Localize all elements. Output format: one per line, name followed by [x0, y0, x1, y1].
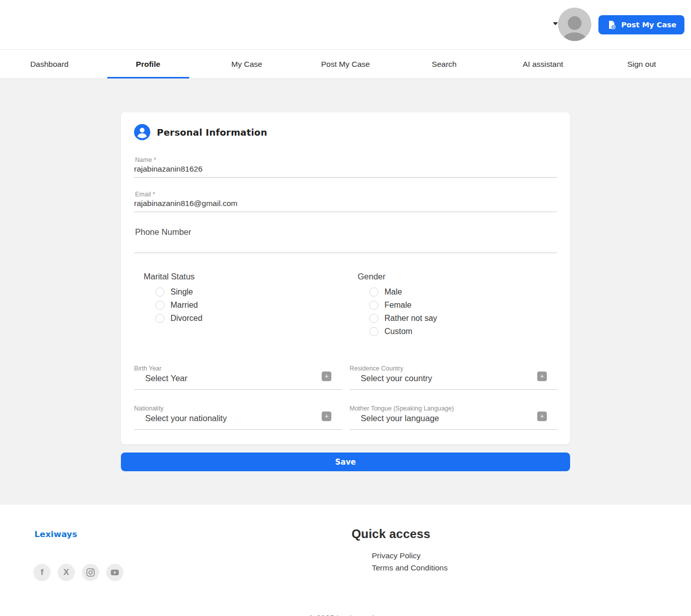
radio-option-custom[interactable]: Custom — [369, 327, 557, 336]
radio-rather-not-say[interactable] — [369, 314, 378, 323]
link-privacy-policy[interactable]: Privacy Policy — [372, 551, 448, 560]
social-facebook[interactable]: f — [33, 564, 51, 581]
quick-access-title: Quick access — [352, 527, 448, 541]
radio-option-divorced[interactable]: Divorced — [155, 314, 353, 323]
radio-label: Female — [384, 301, 411, 310]
save-button[interactable]: Save — [121, 453, 570, 471]
gender-label: Gender — [358, 272, 557, 281]
residence-country-value[interactable]: Select your country — [350, 372, 557, 383]
avatar-head-shape — [568, 16, 582, 30]
radio-male[interactable] — [369, 288, 378, 297]
select-fields-grid: Birth Year Select Year + Residence Count… — [134, 365, 557, 430]
residence-country-label: Residence Country — [350, 365, 557, 372]
mother-tongue-value[interactable]: Select your language — [350, 412, 557, 423]
birth-year-select[interactable]: Birth Year Select Year + — [134, 365, 341, 390]
tab-profile[interactable]: Profile — [99, 50, 197, 78]
radio-label: Custom — [384, 327, 412, 336]
radio-custom[interactable] — [369, 327, 378, 336]
avatar-shoulders-shape — [563, 32, 586, 41]
marital-status-options: Single Married Divorced — [144, 288, 353, 323]
mother-tongue-label: Mother Tongue (Speaking Language) — [350, 405, 557, 412]
nationality-add-button[interactable]: + — [322, 412, 331, 421]
person-icon — [134, 124, 150, 140]
radio-option-female[interactable]: Female — [369, 301, 557, 310]
birth-year-value[interactable]: Select Year — [134, 372, 341, 383]
radio-label: Divorced — [170, 314, 202, 323]
social-youtube[interactable] — [106, 564, 123, 581]
card-title: Personal Information — [134, 124, 557, 140]
radio-groups-row: Marital Status Single Married Divorce — [134, 272, 557, 340]
name-field-group: Name * — [134, 156, 557, 178]
social-links: f X — [33, 564, 123, 581]
post-my-case-label: Post My Case — [621, 21, 676, 29]
email-input[interactable] — [134, 198, 557, 212]
account-menu-caret-icon[interactable] — [553, 22, 558, 25]
radio-female[interactable] — [369, 301, 378, 310]
quick-access-links: Privacy Policy Terms and Conditions — [372, 551, 448, 572]
email-field-group: Email * — [134, 191, 557, 212]
tab-dashboard[interactable]: Dashboard — [0, 50, 99, 78]
birth-year-add-button[interactable]: + — [322, 372, 331, 381]
name-input[interactable] — [134, 163, 557, 178]
link-terms-and-conditions[interactable]: Terms and Conditions — [372, 563, 448, 572]
radio-option-rather-not-say[interactable]: Rather not say — [369, 314, 557, 323]
marital-status-group: Marital Status Single Married Divorce — [134, 272, 353, 340]
radio-label: Single — [170, 288, 193, 297]
social-instagram[interactable] — [82, 564, 99, 581]
radio-option-male[interactable]: Male — [369, 288, 557, 297]
gender-group: Gender Male Female Rather not say — [353, 272, 557, 340]
user-avatar[interactable] — [558, 8, 591, 41]
x-twitter-icon: X — [63, 567, 69, 578]
phone-label: Phone Number — [134, 227, 557, 237]
phone-input[interactable] — [134, 237, 557, 253]
residence-country-select[interactable]: Residence Country Select your country + — [350, 365, 557, 390]
personal-info-card: Personal Information Name * Email * Phon… — [121, 112, 570, 444]
radio-option-married[interactable]: Married — [155, 301, 353, 310]
post-my-case-button[interactable]: Post My Case — [598, 15, 684, 34]
top-header: Post My Case — [0, 0, 691, 49]
facebook-icon: f — [40, 567, 44, 578]
email-label: Email * — [134, 191, 557, 198]
marital-status-label: Marital Status — [144, 272, 353, 281]
main-content: Personal Information Name * Email * Phon… — [0, 79, 691, 505]
residence-country-add-button[interactable]: + — [537, 372, 547, 381]
tab-sign-out[interactable]: Sign out — [592, 50, 691, 78]
radio-single[interactable] — [155, 288, 164, 297]
radio-label: Male — [384, 288, 402, 297]
main-nav: Dashboard Profile My Case Post My Case S… — [0, 49, 691, 79]
nationality-select[interactable]: Nationality Select your nationality + — [134, 405, 341, 430]
phone-field-group: Phone Number — [134, 227, 557, 253]
gender-options: Male Female Rather not say Custom — [358, 288, 557, 336]
name-label: Name * — [134, 156, 557, 163]
footer: Lexiways f X Q — [0, 505, 691, 616]
youtube-icon — [109, 567, 120, 578]
tab-my-case[interactable]: My Case — [197, 50, 296, 78]
radio-option-single[interactable]: Single — [155, 288, 353, 297]
quick-access-section: Quick access Privacy Policy Terms and Co… — [352, 527, 448, 572]
radio-divorced[interactable] — [155, 314, 164, 323]
birth-year-label: Birth Year — [134, 365, 341, 372]
nationality-label: Nationality — [134, 405, 341, 412]
radio-label: Rather not say — [384, 314, 437, 323]
mother-tongue-add-button[interactable]: + — [537, 412, 547, 421]
page-title: Personal Information — [157, 127, 267, 138]
instagram-icon — [85, 567, 96, 578]
radio-married[interactable] — [155, 301, 164, 310]
social-x[interactable]: X — [58, 564, 75, 581]
mother-tongue-select[interactable]: Mother Tongue (Speaking Language) Select… — [350, 405, 557, 430]
post-case-document-icon — [607, 20, 617, 30]
tab-ai-assistant[interactable]: AI assistant — [494, 50, 592, 78]
tab-post-my-case[interactable]: Post My Case — [296, 50, 395, 78]
footer-brand-link[interactable]: Lexiways — [34, 529, 77, 539]
radio-label: Married — [170, 301, 198, 310]
tab-search[interactable]: Search — [395, 50, 494, 78]
nationality-value[interactable]: Select your nationality — [134, 412, 341, 423]
page: Post My Case Dashboard Profile My Case P… — [0, 0, 691, 616]
